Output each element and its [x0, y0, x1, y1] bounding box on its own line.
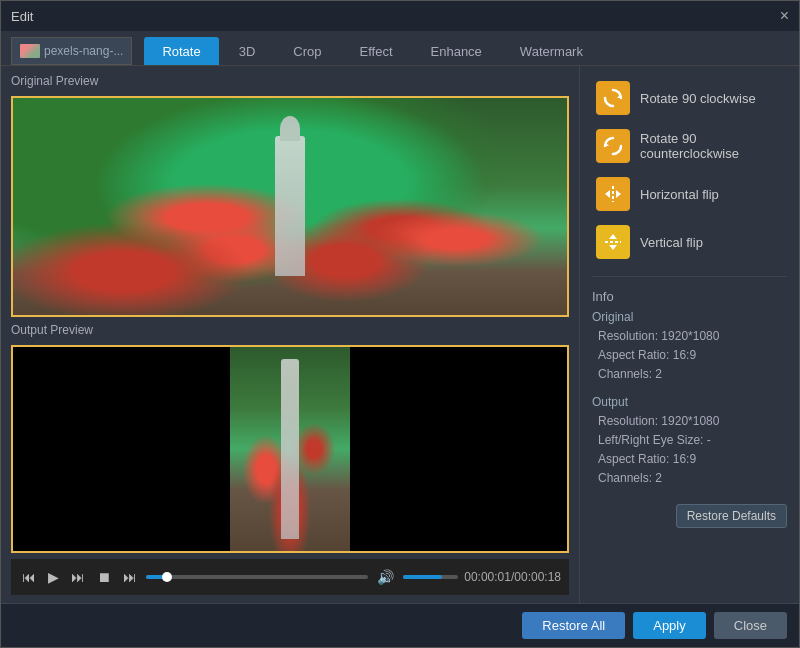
svg-marker-4: [616, 190, 621, 198]
original-preview-label: Original Preview: [11, 74, 569, 88]
time-display: 00:00:01/00:00:18: [464, 570, 561, 584]
output-info-group: Output Resolution: 1920*1080 Left/Right …: [592, 395, 787, 489]
output-aspect: Aspect Ratio: 16:9: [592, 450, 787, 469]
rotate-counterclockwise-action[interactable]: Rotate 90 counterclockwise: [592, 124, 787, 168]
tab-rotate[interactable]: Rotate: [144, 37, 218, 65]
restore-all-button[interactable]: Restore All: [522, 612, 625, 639]
volume-track[interactable]: [403, 575, 458, 579]
svg-marker-3: [605, 190, 610, 198]
tab-enhance[interactable]: Enhance: [413, 37, 500, 65]
tab-effect[interactable]: Effect: [342, 37, 411, 65]
output-channels: Channels: 2: [592, 469, 787, 488]
horizontal-flip-label: Horizontal flip: [640, 187, 719, 202]
playback-bar: ⏮ ▶ ⏭ ⏹ ⏭ 🔊 00:00:01/00:00:18: [11, 559, 569, 595]
volume-fill: [403, 575, 442, 579]
main-content: Original Preview Output Preview ⏮ ▶ ⏭: [1, 66, 799, 603]
edit-window: Edit × pexels-nang-... Rotate 3D Crop Ef…: [0, 0, 800, 648]
file-thumbnail: pexels-nang-...: [11, 37, 132, 65]
close-button[interactable]: Close: [714, 612, 787, 639]
rotate-clockwise-action[interactable]: Rotate 90 clockwise: [592, 76, 787, 120]
vertical-flip-action[interactable]: Vertical flip: [592, 220, 787, 264]
preview-statue: [275, 136, 305, 276]
rotate-clockwise-icon: [596, 81, 630, 115]
file-name: pexels-nang-...: [44, 44, 123, 58]
volume-icon[interactable]: 🔊: [374, 567, 397, 587]
skip-end-button[interactable]: ⏭: [120, 567, 140, 587]
output-statue: [281, 359, 299, 539]
original-resolution: Resolution: 1920*1080: [592, 327, 787, 346]
step-forward-button[interactable]: ⏭: [68, 567, 88, 587]
original-preview-content: [13, 98, 567, 315]
horizontal-flip-action[interactable]: Horizontal flip: [592, 172, 787, 216]
file-thumb-icon: [20, 44, 40, 58]
info-section: Info Original Resolution: 1920*1080 Aspe…: [592, 289, 787, 593]
original-info-group: Original Resolution: 1920*1080 Aspect Ra…: [592, 310, 787, 385]
tab-bar: pexels-nang-... Rotate 3D Crop Effect En…: [1, 31, 799, 66]
svg-marker-6: [609, 234, 617, 239]
tab-crop[interactable]: Crop: [275, 37, 339, 65]
play-button[interactable]: ▶: [45, 567, 62, 587]
svg-marker-7: [609, 245, 617, 250]
bottom-bar: Restore All Apply Close: [1, 603, 799, 647]
horizontal-flip-icon: [596, 177, 630, 211]
rotate-counterclockwise-label: Rotate 90 counterclockwise: [640, 131, 783, 161]
vertical-flip-label: Vertical flip: [640, 235, 703, 250]
output-preview-box: [11, 345, 569, 553]
original-info-label: Original: [592, 310, 787, 324]
stop-button[interactable]: ⏹: [94, 567, 114, 587]
output-inner: [230, 347, 350, 551]
right-panel: Rotate 90 clockwise Rotate 90 counterclo…: [579, 66, 799, 603]
info-title: Info: [592, 289, 787, 304]
progress-thumb: [162, 572, 172, 582]
output-eye-size: Left/Right Eye Size: -: [592, 431, 787, 450]
output-info-label: Output: [592, 395, 787, 409]
left-panel: Original Preview Output Preview ⏮ ▶ ⏭: [1, 66, 579, 603]
title-bar-left: Edit: [11, 9, 33, 24]
tab-3d[interactable]: 3D: [221, 37, 274, 65]
original-aspect: Aspect Ratio: 16:9: [592, 346, 787, 365]
rotate-counterclockwise-icon: [596, 129, 630, 163]
original-channels: Channels: 2: [592, 365, 787, 384]
skip-back-button[interactable]: ⏮: [19, 567, 39, 587]
restore-defaults-button[interactable]: Restore Defaults: [676, 504, 787, 528]
window-title: Edit: [11, 9, 33, 24]
original-preview-box: [11, 96, 569, 317]
vertical-flip-icon: [596, 225, 630, 259]
output-preview-label: Output Preview: [11, 323, 569, 337]
tab-watermark[interactable]: Watermark: [502, 37, 601, 65]
window-close-button[interactable]: ×: [780, 8, 789, 24]
output-resolution: Resolution: 1920*1080: [592, 412, 787, 431]
apply-button[interactable]: Apply: [633, 612, 706, 639]
rotate-clockwise-label: Rotate 90 clockwise: [640, 91, 756, 106]
progress-track[interactable]: [146, 575, 368, 579]
output-preview-content: [13, 347, 567, 551]
divider: [592, 276, 787, 277]
title-bar: Edit ×: [1, 1, 799, 31]
